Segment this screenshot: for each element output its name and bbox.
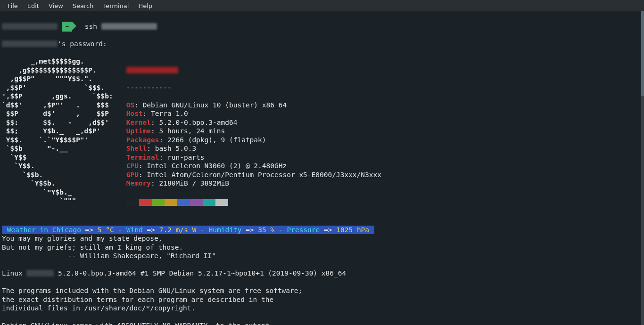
neofetch-row-cpu: CPU: Intel Celeron N3060 (2) @ 2.480GHz — [126, 162, 381, 171]
redacted-user — [2, 41, 58, 47]
neofetch-row-host: Host: Terra 1.0 — [126, 109, 381, 118]
neofetch-row-memory: Memory: 2180MiB / 3892MiB — [126, 179, 381, 188]
debian-ascii-logo: _,met$$$$$gg. ,g$$$$$$$$$$$$$$$P. ,g$$P"… — [2, 57, 113, 205]
weather-bar: Weather in Chicago => 5 °C - Wind => 7.2… — [2, 226, 374, 235]
color-swatch — [203, 199, 215, 206]
color-swatch — [165, 199, 177, 206]
menu-help[interactable]: Help — [133, 1, 157, 11]
fortune-quote: You may my glories and my state depose,B… — [2, 234, 642, 260]
menu-file[interactable]: File — [3, 1, 23, 11]
scrollbar[interactable] — [641, 11, 644, 325]
command-ssh: ssh — [85, 23, 97, 30]
fortune-line: You may my glories and my state depose, — [2, 234, 642, 243]
neofetch-row-terminal: Terminal: run-parts — [126, 153, 381, 162]
color-swatch — [190, 199, 203, 206]
menu-terminal[interactable]: Terminal — [98, 1, 133, 11]
debian-motd: The programs included with the Debian GN… — [2, 286, 642, 325]
menu-search[interactable]: Search — [68, 1, 99, 11]
neofetch-row-os: OS: Debian GNU/Linux 10 (buster) x86_64 — [126, 101, 381, 110]
neofetch-row-packages: Packages: 2266 (dpkg), 9 (flatpak) — [126, 136, 381, 145]
terminal-output[interactable]: ~ ssh 's password: _,met$$$$$gg. ,g$$$$$… — [0, 11, 644, 325]
motd-line: The programs included with the Debian GN… — [2, 286, 642, 295]
motd-line: individual files in /usr/share/doc/*/cop… — [2, 304, 642, 313]
motd-line: Debian GNU/Linux comes with ABSOLUTELY N… — [2, 321, 642, 325]
blank-line — [2, 217, 6, 225]
color-swatch — [126, 199, 139, 206]
redacted-hostname — [26, 270, 54, 276]
prompt-line-1: ~ ssh — [2, 22, 642, 31]
color-swatch — [139, 199, 152, 206]
menu-bar: File Edit View Search Terminal Help — [0, 0, 644, 11]
neofetch-row-shell: Shell: bash 5.0.3 — [126, 144, 381, 153]
uname-line: Linux 5.2.0-0.bpo.3-amd64 #1 SMP Debian … — [2, 269, 346, 277]
color-swatches — [126, 199, 228, 208]
password-prompt: 's password: — [2, 40, 642, 49]
blank-line-2 — [2, 278, 6, 286]
color-swatch — [177, 199, 190, 206]
color-swatch — [152, 199, 165, 206]
redacted-ssh-target — [101, 23, 157, 30]
neofetch-row-uptime: Uptime: 5 hours, 24 mins — [126, 127, 381, 136]
color-swatch — [215, 199, 228, 206]
neofetch-row-kernel: Kernel: 5.2.0-0.bpo.3-amd64 — [126, 118, 381, 127]
redacted-userhost — [126, 67, 178, 73]
scrollbar-thumb[interactable] — [641, 11, 644, 96]
menu-view[interactable]: View — [44, 1, 68, 11]
prompt-arrow: ~ — [62, 23, 73, 31]
redacted-host — [2, 23, 58, 30]
motd-line: the exact distribution terms for each pr… — [2, 295, 642, 304]
neofetch-user — [126, 66, 381, 75]
neofetch-block: _,met$$$$$gg. ,g$$$$$$$$$$$$$$$P. ,g$$P"… — [2, 57, 642, 208]
fortune-line: -- William Shakespeare, "Richard II" — [2, 252, 642, 260]
menu-edit[interactable]: Edit — [23, 1, 44, 11]
neofetch-dashes: ----------- — [126, 83, 381, 92]
motd-line — [2, 313, 642, 322]
neofetch-row-gpu: GPU: Intel Atom/Celeron/Pentium Processo… — [126, 171, 381, 179]
neofetch-info: ----------- OS: Debian GNU/Linux 10 (bus… — [126, 57, 381, 208]
fortune-line: But not my griefs; still am I king of th… — [2, 243, 642, 252]
